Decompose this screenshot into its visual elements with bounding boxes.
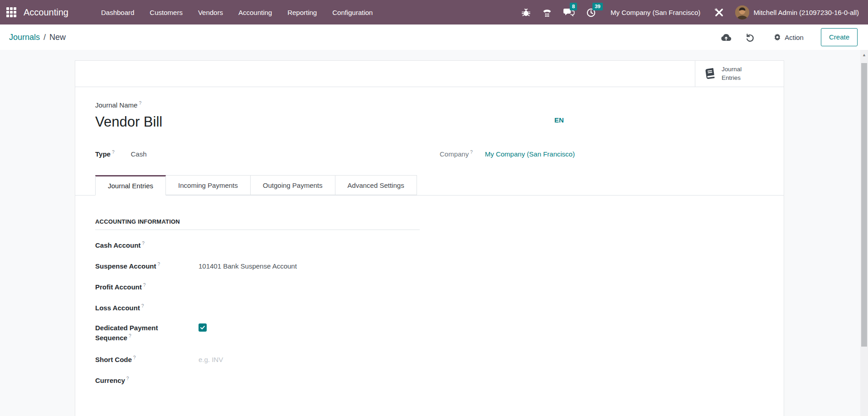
- suspense-account-value[interactable]: 101401 Bank Suspense Account: [199, 261, 297, 271]
- dedicated-payment-sequence-checkbox[interactable]: [199, 323, 207, 332]
- journal-name-value[interactable]: Vendor Bill: [95, 114, 162, 130]
- menu-reporting[interactable]: Reporting: [287, 9, 317, 16]
- help-icon: ?: [143, 283, 146, 288]
- control-panel: Journals / New Action Create: [0, 24, 868, 50]
- journal-entries-stat-label: Journal Entries: [722, 65, 742, 82]
- breadcrumb-journals-link[interactable]: Journals: [9, 33, 40, 42]
- profit-account-label: Profit Account?: [95, 282, 199, 292]
- menu-customers[interactable]: Customers: [150, 9, 183, 16]
- type-label: Type?: [95, 150, 114, 158]
- journal-entries-stat-button[interactable]: Journal Entries: [695, 61, 784, 87]
- currency-row: Currency?: [95, 376, 335, 386]
- company-field-row: Company? My Company (San Francisco): [440, 150, 575, 158]
- form-sheet: Journal Entries Journal Name? Vendor Bil…: [75, 60, 784, 416]
- breadcrumb-current: New: [49, 33, 66, 42]
- help-icon: ?: [112, 150, 115, 155]
- user-name: Mitchell Admin (21097230-16-0-all): [753, 9, 859, 16]
- profit-account-row: Profit Account?: [95, 282, 335, 292]
- help-icon: ?: [142, 241, 145, 246]
- help-icon: ?: [139, 101, 141, 106]
- profit-account-input[interactable]: [199, 282, 335, 292]
- language-badge[interactable]: EN: [554, 116, 564, 124]
- avatar: [735, 5, 749, 20]
- user-menu[interactable]: Mitchell Admin (21097230-16-0-all): [735, 5, 859, 20]
- accounting-information-section-title: ACCOUNTING INFORMATION: [95, 218, 420, 230]
- activities-count-badge: 39: [592, 3, 603, 10]
- tab-advanced-settings[interactable]: Advanced Settings: [335, 175, 417, 195]
- button-box: Journal Entries: [75, 61, 784, 87]
- menu-vendors[interactable]: Vendors: [198, 9, 223, 16]
- navbar-systray: 8 39 My Company (San Francisco): [521, 5, 859, 20]
- tab-incoming-payments[interactable]: Incoming Payments: [165, 175, 251, 195]
- loss-account-input[interactable]: [199, 303, 335, 313]
- voip-phone-icon[interactable]: [542, 7, 553, 18]
- loss-account-row: Loss Account?: [95, 303, 335, 313]
- create-button[interactable]: Create: [821, 28, 858, 46]
- help-icon: ?: [141, 303, 144, 308]
- dedicated-payment-sequence-row: Dedicated Payment Sequence?: [95, 323, 207, 343]
- form-view-area: Journal Entries Journal Name? Vendor Bil…: [0, 50, 868, 416]
- cash-account-input[interactable]: [199, 240, 335, 250]
- short-code-row: Short Code?: [95, 355, 335, 365]
- messages-count-badge: 8: [570, 3, 577, 10]
- check-icon: [200, 325, 205, 330]
- suspense-account-row: Suspense Account? 101401 Bank Suspense A…: [95, 261, 297, 271]
- cash-account-row: Cash Account?: [95, 240, 335, 250]
- action-label: Action: [785, 34, 804, 41]
- activities-clock-icon[interactable]: 39: [586, 7, 596, 18]
- scroll-up-arrow-icon[interactable]: ▲: [860, 53, 868, 57]
- tools-icon[interactable]: [713, 7, 725, 18]
- tab-outgoing-payments[interactable]: Outgoing Payments: [250, 175, 335, 195]
- gear-icon: [774, 34, 781, 41]
- help-icon: ?: [133, 355, 136, 360]
- vertical-scrollbar[interactable]: ▲: [860, 50, 868, 416]
- suspense-account-label: Suspense Account?: [95, 261, 199, 271]
- breadcrumb: Journals / New: [9, 33, 66, 42]
- app-name[interactable]: Accounting: [24, 7, 68, 18]
- dedicated-payment-sequence-label: Dedicated Payment Sequence?: [95, 323, 168, 343]
- top-navbar: Accounting Dashboard Customers Vendors A…: [0, 0, 868, 24]
- cash-account-label: Cash Account?: [95, 240, 199, 250]
- company-value-link[interactable]: My Company (San Francisco): [485, 150, 575, 158]
- debug-bug-icon[interactable]: [521, 7, 531, 18]
- loss-account-label: Loss Account?: [95, 303, 199, 313]
- control-panel-actions: Action Create: [707, 28, 858, 46]
- action-menu-button[interactable]: Action: [774, 34, 804, 41]
- discard-undo-icon[interactable]: [745, 33, 755, 42]
- save-cloud-icon[interactable]: [721, 33, 732, 42]
- tab-journal-entries[interactable]: Journal Entries: [95, 175, 166, 196]
- journal-name-label: Journal Name?: [95, 101, 162, 109]
- menu-dashboard[interactable]: Dashboard: [101, 9, 134, 16]
- scrollbar-thumb[interactable]: [861, 63, 867, 347]
- notebook-tabs: Journal Entries Incoming Payments Outgoi…: [75, 175, 784, 196]
- company-switcher[interactable]: My Company (San Francisco): [611, 9, 700, 16]
- apps-menu-icon[interactable]: [6, 7, 16, 17]
- currency-input[interactable]: [199, 376, 335, 386]
- help-icon: ?: [157, 262, 160, 267]
- type-value[interactable]: Cash: [131, 150, 146, 158]
- help-icon: ?: [470, 150, 473, 155]
- menu-configuration[interactable]: Configuration: [332, 9, 373, 16]
- help-icon: ?: [129, 333, 131, 338]
- breadcrumb-separator: /: [44, 33, 46, 42]
- help-icon: ?: [126, 376, 129, 381]
- book-icon: [703, 67, 716, 80]
- menu-accounting[interactable]: Accounting: [238, 9, 272, 16]
- main-menu: Dashboard Customers Vendors Accounting R…: [101, 9, 373, 16]
- type-field-row: Type? Cash: [95, 150, 147, 158]
- short-code-label: Short Code?: [95, 355, 199, 365]
- currency-label: Currency?: [95, 376, 199, 386]
- short-code-input[interactable]: [199, 355, 335, 365]
- company-label: Company?: [440, 150, 473, 158]
- journal-name-block: Journal Name? Vendor Bill: [95, 101, 162, 130]
- messages-icon[interactable]: 8: [563, 7, 575, 18]
